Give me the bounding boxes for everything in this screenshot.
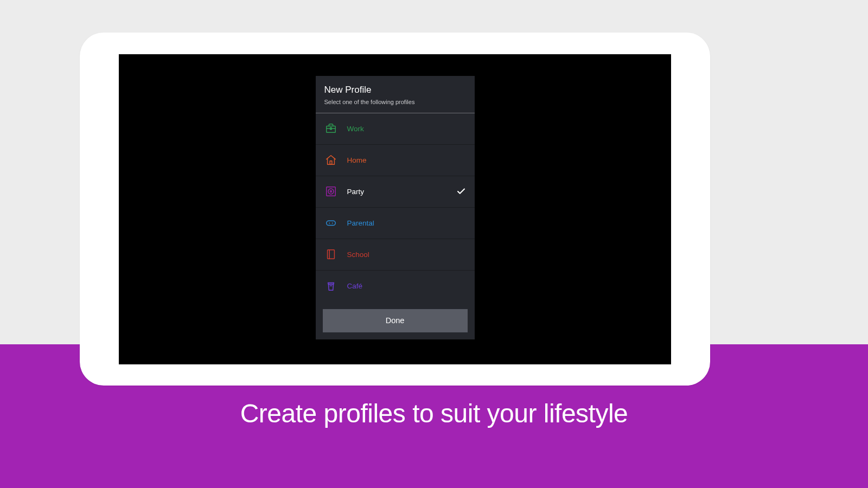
profile-list: Work Home — [316, 113, 475, 302]
svg-rect-9 — [327, 250, 334, 259]
profile-label: Parental — [347, 219, 466, 227]
book-icon — [324, 248, 337, 261]
profile-item-work[interactable]: Work — [316, 113, 475, 145]
profile-item-party[interactable]: Party — [316, 176, 475, 208]
dialog-title: New Profile — [324, 85, 466, 95]
profile-item-home[interactable]: Home — [316, 145, 475, 176]
check-icon — [456, 187, 466, 196]
profile-label: Party — [347, 188, 456, 196]
new-profile-dialog: New Profile Select one of the following … — [316, 76, 475, 339]
dialog-footer: Done — [316, 302, 475, 339]
svg-rect-2 — [330, 161, 332, 164]
profile-item-parental[interactable]: Parental — [316, 208, 475, 239]
svg-rect-6 — [326, 221, 335, 225]
profile-label: School — [347, 251, 466, 259]
svg-point-7 — [329, 223, 330, 224]
dialog-header: New Profile Select one of the following … — [316, 76, 475, 113]
profile-label: Café — [347, 282, 466, 290]
briefcase-icon — [324, 122, 337, 135]
svg-point-4 — [328, 189, 333, 194]
music-disc-icon — [324, 185, 337, 198]
tablet-screen: New Profile Select one of the following … — [119, 54, 671, 364]
profile-item-cafe[interactable]: Café — [316, 271, 475, 302]
profile-item-school[interactable]: School — [316, 239, 475, 271]
coffee-cup-icon — [324, 280, 337, 293]
home-icon — [324, 153, 337, 166]
promo-headline: Create profiles to suit your lifestyle — [240, 399, 628, 428]
tablet-frame: New Profile Select one of the following … — [80, 33, 710, 386]
profile-label: Work — [347, 125, 466, 133]
svg-point-5 — [330, 191, 331, 192]
gamepad-icon — [324, 216, 337, 229]
dialog-subtitle: Select one of the following profiles — [324, 99, 466, 105]
svg-point-8 — [331, 223, 333, 224]
profile-label: Home — [347, 156, 466, 164]
done-button[interactable]: Done — [323, 309, 468, 332]
